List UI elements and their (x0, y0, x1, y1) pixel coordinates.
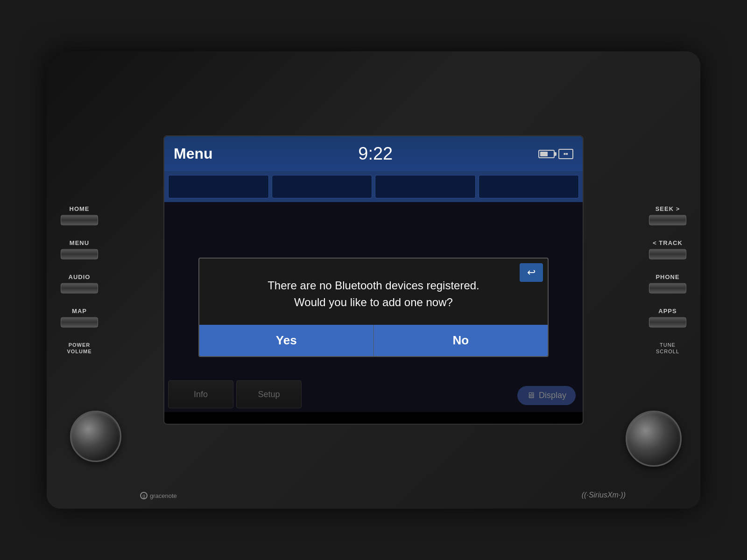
audio-button-group: AUDIO (61, 273, 98, 294)
track-button[interactable] (649, 249, 686, 259)
apps-button-group: APPS (649, 308, 686, 328)
dialog-action-buttons: Yes No (199, 325, 548, 356)
power-volume-knob[interactable] (70, 411, 121, 462)
battery-icon (538, 150, 555, 158)
tune-scroll-label: TUNESCROLL (656, 342, 679, 355)
screen-time: 9:22 (358, 144, 393, 164)
seek-label: SEEK > (655, 205, 680, 212)
tune-scroll-knob[interactable] (626, 411, 682, 467)
menu-button[interactable] (61, 249, 98, 259)
tune-scroll-group: TUNESCROLL (656, 342, 679, 355)
dialog-message-line2: Would you like to add one now? (213, 294, 534, 311)
screen-title: Menu (174, 145, 213, 162)
home-button[interactable] (61, 215, 98, 225)
map-label: MAP (72, 308, 87, 315)
back-arrow-icon: ↩ (527, 266, 536, 279)
track-button-group: < TRACK (649, 239, 686, 259)
left-button-panel: HOME MENU AUDIO MAP POWERVOLUME (61, 205, 98, 355)
home-label: HOME (70, 205, 90, 212)
screen-top-bar: Menu 9:22 ■■ (164, 136, 583, 171)
no-button[interactable]: No (374, 325, 548, 356)
menu-tab-4[interactable] (479, 175, 579, 198)
dialog-message: There are no Bluetooth devices registere… (199, 259, 548, 325)
power-volume-group: POWERVOLUME (67, 342, 92, 355)
home-button-group: HOME (61, 205, 98, 225)
audio-label: AUDIO (69, 273, 91, 280)
car-infotainment-unit: HOME MENU AUDIO MAP POWERVOLUME Menu 9:2… (47, 51, 700, 509)
power-volume-label: POWERVOLUME (67, 342, 92, 355)
siriusxm-logo: ((·SiriusXm·)) (582, 491, 626, 499)
phone-button-group: PHONE (649, 273, 686, 294)
menu-tab-2[interactable] (272, 175, 373, 198)
menu-tab-3[interactable] (375, 175, 476, 198)
screen-icon-box: ■■ (558, 149, 573, 159)
map-button-group: MAP (61, 308, 98, 328)
gracenote-logo: g gracenote (140, 492, 177, 499)
phone-button[interactable] (649, 283, 686, 294)
menu-tab-1[interactable] (168, 175, 269, 198)
yes-button[interactable]: Yes (199, 325, 374, 356)
infotainment-screen: Menu 9:22 ■■ (163, 135, 584, 425)
map-button[interactable] (61, 317, 98, 328)
phone-label: PHONE (655, 273, 679, 280)
menu-tabs-row (164, 171, 583, 202)
dialog-overlay: ↩ There are no Bluetooth devices registe… (164, 202, 583, 412)
screen-main-area: ↩ There are no Bluetooth devices registe… (164, 202, 583, 412)
track-label: < TRACK (653, 239, 683, 246)
seek-button-group: SEEK > (649, 205, 686, 225)
apps-label: APPS (658, 308, 677, 315)
apps-button[interactable] (649, 317, 686, 328)
gracenote-icon: g (140, 492, 148, 499)
bluetooth-dialog: ↩ There are no Bluetooth devices registe… (198, 258, 549, 357)
gracenote-label: gracenote (150, 492, 177, 499)
dialog-message-line1: There are no Bluetooth devices registere… (213, 277, 534, 294)
right-button-panel: SEEK > < TRACK PHONE APPS TUNESCROLL (649, 205, 686, 355)
menu-button-group: MENU (61, 239, 98, 259)
screen-wrapper: Menu 9:22 ■■ (163, 135, 584, 425)
menu-label: MENU (70, 239, 89, 246)
siriusxm-label: ((·SiriusXm·)) (582, 491, 626, 499)
screen-status-icons: ■■ (538, 149, 573, 159)
audio-button[interactable] (61, 283, 98, 294)
dialog-back-button[interactable]: ↩ (520, 263, 543, 282)
seek-button[interactable] (649, 215, 686, 225)
